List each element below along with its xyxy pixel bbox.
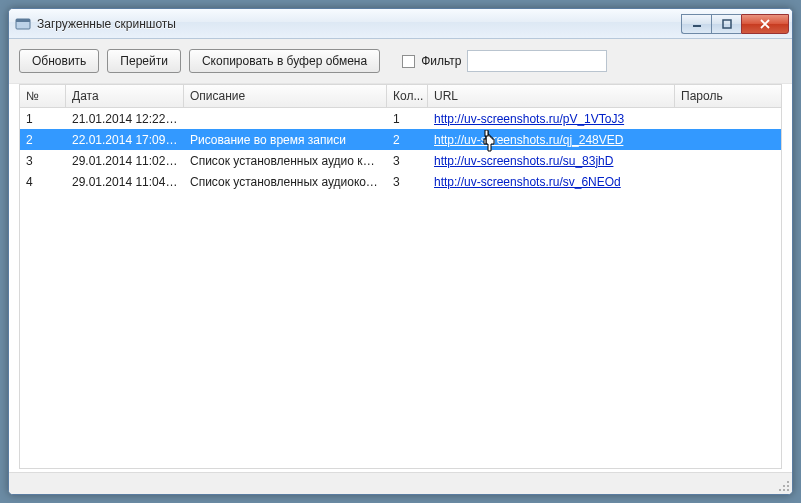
copy-button[interactable]: Скопировать в буфер обмена <box>189 49 380 73</box>
maximize-button[interactable] <box>711 14 741 34</box>
cell: 29.01.2014 11:04:19 <box>66 175 184 189</box>
url-link[interactable]: http://uv-screenshots.ru/qj_248VED <box>434 133 623 147</box>
filter-checkbox[interactable] <box>402 55 415 68</box>
svg-point-8 <box>783 489 785 491</box>
minimize-button[interactable] <box>681 14 711 34</box>
cell: http://uv-screenshots.ru/su_83jhD <box>428 154 675 168</box>
cell: Список установленных аудио коде... <box>184 154 387 168</box>
svg-point-4 <box>787 481 789 483</box>
cell: 21.01.2014 12:22:08 <box>66 112 184 126</box>
cell: http://uv-screenshots.ru/qj_248VED <box>428 133 675 147</box>
svg-point-7 <box>779 489 781 491</box>
refresh-button[interactable]: Обновить <box>19 49 99 73</box>
go-button[interactable]: Перейти <box>107 49 181 73</box>
cell: 2 <box>387 133 428 147</box>
svg-point-9 <box>787 489 789 491</box>
column-header-url[interactable]: URL <box>428 85 675 107</box>
window-title: Загруженные скриншоты <box>37 17 681 31</box>
cell: http://uv-screenshots.ru/sv_6NEOd <box>428 175 675 189</box>
resize-grip[interactable] <box>776 478 790 492</box>
column-header-count[interactable]: Кол... <box>387 85 428 107</box>
cell: 22.01.2014 17:09:15 <box>66 133 184 147</box>
url-link[interactable]: http://uv-screenshots.ru/pV_1VToJ3 <box>434 112 624 126</box>
cell: Рисование во время записи <box>184 133 387 147</box>
window-frame: Загруженные скриншоты Обновить Перейти С… <box>8 8 793 495</box>
svg-point-6 <box>787 485 789 487</box>
column-header-pass[interactable]: Пароль <box>675 85 781 107</box>
grid-header: № Дата Описание Кол... URL Пароль <box>20 85 781 108</box>
cell: 3 <box>387 175 428 189</box>
url-link[interactable]: http://uv-screenshots.ru/sv_6NEOd <box>434 175 621 189</box>
table-row[interactable]: 121.01.2014 12:22:081http://uv-screensho… <box>20 108 781 129</box>
close-button[interactable] <box>741 14 789 34</box>
svg-rect-1 <box>16 19 30 22</box>
window-controls <box>681 14 789 34</box>
cell: 2 <box>20 133 66 147</box>
svg-rect-3 <box>723 20 731 28</box>
cell: 3 <box>20 154 66 168</box>
svg-rect-2 <box>693 25 701 27</box>
column-header-date[interactable]: Дата <box>66 85 184 107</box>
filter-label: Фильтр <box>421 54 461 68</box>
grid-body[interactable]: 121.01.2014 12:22:081http://uv-screensho… <box>20 108 781 468</box>
table-row[interactable]: 222.01.2014 17:09:15Рисование во время з… <box>20 129 781 150</box>
cell: Список установленных аудиокодек... <box>184 175 387 189</box>
cell: 4 <box>20 175 66 189</box>
statusbar <box>9 472 792 494</box>
cell: 1 <box>387 112 428 126</box>
url-link[interactable]: http://uv-screenshots.ru/su_83jhD <box>434 154 613 168</box>
column-header-num[interactable]: № <box>20 85 66 107</box>
grid: № Дата Описание Кол... URL Пароль 121.01… <box>19 84 782 469</box>
cell: 29.01.2014 11:02:58 <box>66 154 184 168</box>
toolbar: Обновить Перейти Скопировать в буфер обм… <box>9 39 792 84</box>
column-header-desc[interactable]: Описание <box>184 85 387 107</box>
table-row[interactable]: 429.01.2014 11:04:19Список установленных… <box>20 171 781 192</box>
table-row[interactable]: 329.01.2014 11:02:58Список установленных… <box>20 150 781 171</box>
app-icon <box>15 16 31 32</box>
filter-group: Фильтр <box>402 50 607 72</box>
cell: 1 <box>20 112 66 126</box>
cell: http://uv-screenshots.ru/pV_1VToJ3 <box>428 112 675 126</box>
titlebar[interactable]: Загруженные скриншоты <box>9 9 792 39</box>
cell: 3 <box>387 154 428 168</box>
svg-point-5 <box>783 485 785 487</box>
filter-input[interactable] <box>467 50 607 72</box>
